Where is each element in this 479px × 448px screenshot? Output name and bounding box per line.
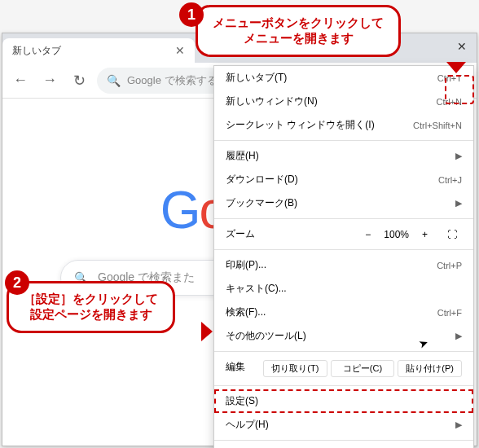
callout-text: メニューボタンをクリックして メニューを開きます: [213, 15, 384, 45]
menu-label: その他のツール(L): [226, 329, 306, 343]
annotation-callout-1: メニューボタンをクリックして メニューを開きます: [196, 5, 401, 57]
menu-shortcut: Ctrl+Shift+N: [413, 121, 462, 130]
zoom-out-button[interactable]: −: [358, 229, 377, 240]
menu-print[interactable]: 印刷(P)... Ctrl+P: [214, 253, 473, 277]
menu-downloads[interactable]: ダウンロード(D) Ctrl+J: [214, 168, 473, 191]
zoom-value: 100%: [384, 229, 409, 240]
menu-label: 履歴(H): [226, 149, 259, 163]
browser-tab[interactable]: 新しいタブ ✕: [2, 38, 195, 63]
menu-label: ブックマーク(B): [226, 196, 297, 210]
copy-button[interactable]: コピー(C): [331, 360, 395, 377]
menu-find[interactable]: 検索(F)... Ctrl+F: [214, 301, 473, 324]
menu-bookmarks[interactable]: ブックマーク(B) ▶: [214, 191, 473, 215]
menu-separator: [214, 385, 473, 386]
zoom-label: ズーム: [226, 227, 352, 241]
chevron-right-icon: ▶: [455, 331, 462, 341]
menu-cast[interactable]: キャスト(C)...: [214, 277, 473, 301]
menu-incognito[interactable]: シークレット ウィンドウを開く(I) Ctrl+Shift+N: [214, 113, 473, 137]
chrome-menu: 新しいタブ(T) Ctrl+T 新しいウィンドウ(N) Ctrl+N シークレッ…: [213, 65, 474, 448]
search-icon: 🔍: [107, 74, 121, 87]
menu-label: 検索(F)...: [226, 305, 266, 319]
window-controls: ✕: [447, 33, 477, 59]
chevron-right-icon: ▶: [455, 151, 462, 161]
menu-label: 印刷(P)...: [226, 258, 266, 272]
menu-label: キャスト(C)...: [226, 282, 287, 296]
menu-exit[interactable]: 終了(X): [214, 444, 473, 448]
annotation-badge-2: 2: [5, 270, 29, 295]
annotation-highlight-menu: [445, 75, 474, 104]
annotation-badge-1: 1: [179, 2, 204, 27]
menu-shortcut: Ctrl+J: [438, 175, 462, 185]
menu-help[interactable]: ヘルプ(H) ▶: [214, 413, 473, 437]
menu-separator: [214, 249, 473, 250]
menu-new-tab[interactable]: 新しいタブ(T) Ctrl+T: [214, 66, 473, 90]
zoom-in-button[interactable]: +: [415, 229, 434, 240]
menu-history[interactable]: 履歴(H) ▶: [214, 144, 473, 168]
menu-settings[interactable]: 設定(S): [214, 389, 473, 413]
menu-edit-row: 編集 切り取り(T) コピー(C) 貼り付け(P): [214, 355, 473, 382]
paste-button[interactable]: 貼り付け(P): [398, 360, 462, 377]
menu-new-window[interactable]: 新しいウィンドウ(N) Ctrl+N: [214, 90, 473, 113]
edit-label: 編集: [226, 360, 260, 377]
callout-text: ［設定］をクリックして 設定ページを開きます: [24, 292, 158, 321]
menu-shortcut: Ctrl+P: [437, 261, 462, 270]
menu-separator: [214, 440, 473, 441]
menu-more-tools[interactable]: その他のツール(L) ▶: [214, 324, 473, 348]
chevron-right-icon: ▶: [455, 198, 462, 209]
menu-zoom: ズーム − 100% + ⛶: [214, 222, 473, 246]
menu-label: ヘルプ(H): [226, 418, 269, 432]
reload-button[interactable]: ↻: [68, 69, 90, 92]
menu-separator: [214, 351, 473, 352]
cut-button[interactable]: 切り取り(T): [263, 360, 327, 377]
callout-pointer-2: [201, 322, 213, 341]
forward-button[interactable]: →: [38, 69, 61, 92]
menu-label: 新しいタブ(T): [226, 71, 287, 85]
menu-label: 設定(S): [226, 394, 258, 408]
window-close-button[interactable]: ✕: [447, 33, 477, 59]
tab-title: 新しいタブ: [12, 44, 61, 58]
close-tab-icon[interactable]: ✕: [175, 44, 185, 57]
menu-label: シークレット ウィンドウを開く(I): [226, 118, 375, 132]
menu-label: ダウンロード(D): [226, 173, 298, 187]
logo-letter: G: [160, 181, 200, 239]
fullscreen-icon[interactable]: ⛶: [441, 229, 462, 240]
annotation-callout-2: ［設定］をクリックして 設定ページを開きます: [7, 281, 175, 333]
menu-separator: [214, 140, 473, 141]
menu-separator: [214, 218, 473, 219]
back-button[interactable]: ←: [9, 69, 32, 92]
callout-pointer-1: [446, 62, 466, 73]
chevron-right-icon: ▶: [455, 419, 462, 430]
menu-label: 新しいウィンドウ(N): [226, 94, 318, 108]
menu-shortcut: Ctrl+F: [437, 308, 462, 318]
